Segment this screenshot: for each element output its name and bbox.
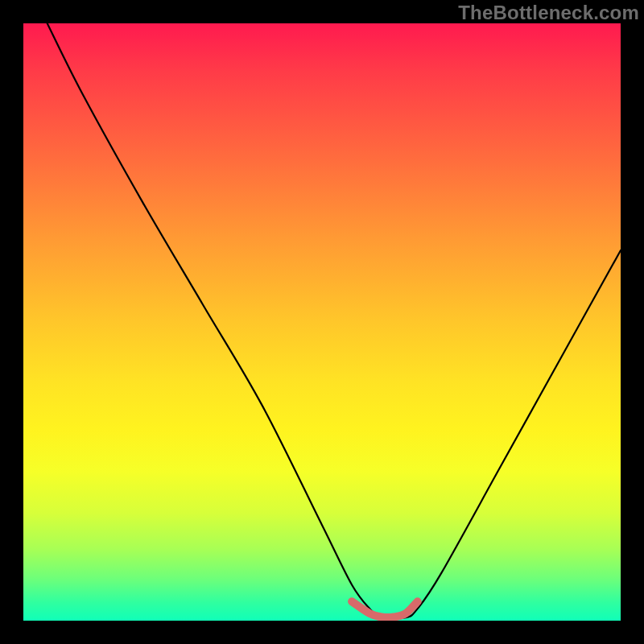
valley-highlight-line [352, 601, 418, 617]
chart-plot-area [23, 23, 621, 621]
watermark-text: TheBottleneck.com [458, 2, 639, 24]
bottleneck-curve-line [47, 23, 621, 619]
chart-frame: TheBottleneck.com [0, 0, 644, 644]
chart-svg [23, 23, 621, 621]
